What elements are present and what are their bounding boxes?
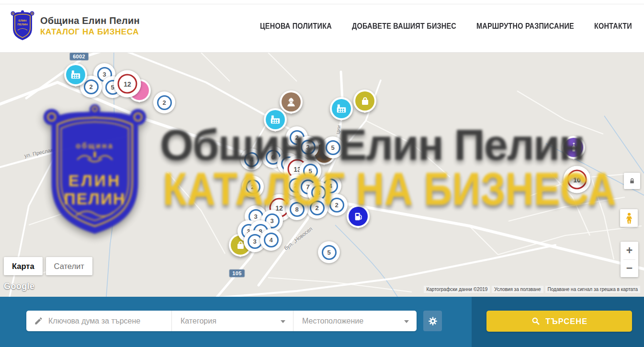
- cluster-marker[interactable]: 5: [322, 136, 344, 158]
- cluster-marker[interactable]: 5: [318, 241, 340, 263]
- pencil-icon: [34, 316, 43, 325]
- nav-item-add-business[interactable]: ДОБАВЕТЕ ВАШИЯТ БИЗНЕС: [352, 22, 456, 30]
- church-pin[interactable]: [562, 136, 585, 159]
- attribution-report-error-link[interactable]: Подаване на сигнал за грешка в картата: [545, 286, 640, 293]
- lock-icon: [627, 176, 637, 186]
- zoom-out-button[interactable]: −: [621, 260, 638, 278]
- svg-text:ПЕЛИН: ПЕЛИН: [17, 23, 27, 26]
- attribution-copyright: Картографски данни ©2019: [424, 286, 490, 293]
- fuel-pin[interactable]: [347, 205, 370, 228]
- logo-title: Община Елин Пелин: [40, 15, 140, 26]
- map-markers: 3521222354671352274822128333834510: [0, 53, 644, 297]
- cluster-marker[interactable]: 3: [297, 136, 319, 158]
- factory-pin[interactable]: [264, 108, 287, 131]
- cluster-marker[interactable]: 4: [240, 148, 262, 170]
- map-type-control: Карта Сателит: [4, 257, 92, 275]
- municipality-crest-icon: ЕЛИН ПЕЛИН: [11, 10, 34, 42]
- chevron-down-icon: [281, 320, 285, 323]
- factory-pin[interactable]: [330, 97, 353, 120]
- cluster-marker[interactable]: 2: [153, 91, 175, 113]
- keyword-search-input[interactable]: [26, 311, 171, 331]
- site-logo[interactable]: ЕЛИН ПЕЛИН Община Елин Пелин КАТАЛОГ НА …: [11, 10, 140, 42]
- logo-subtitle: КАТАЛОГ НА БИЗНЕСА: [40, 27, 140, 37]
- search-button-label: ТЪРСЕНЕ: [545, 316, 588, 326]
- advanced-search-settings-button[interactable]: [423, 311, 442, 331]
- svg-text:ЕЛИН: ЕЛИН: [19, 19, 27, 22]
- map-type-map-button[interactable]: Карта: [4, 257, 43, 275]
- keyword-segment: [26, 311, 171, 331]
- attribution-terms-link[interactable]: Условия за ползване: [492, 286, 543, 293]
- business-catalog-page: ЕЛИН ПЕЛИН Община Елин Пелин КАТАЛОГ НА …: [0, 0, 644, 347]
- factory-pin[interactable]: [64, 63, 87, 86]
- search-button[interactable]: ТЪРСЕНЕ: [486, 311, 632, 332]
- cluster-marker[interactable]: 2: [326, 194, 348, 216]
- category-select[interactable]: Категория: [171, 311, 293, 331]
- nav-item-contacts[interactable]: КОНТАКТИ: [594, 22, 632, 30]
- header: ЕЛИН ПЕЛИН Община Елин Пелин КАТАЛОГ НА …: [0, 0, 644, 53]
- map-lock-button[interactable]: [624, 173, 640, 189]
- map-type-satellite-button[interactable]: Сателит: [46, 257, 92, 275]
- zoom-in-button[interactable]: +: [621, 242, 638, 259]
- cluster-marker[interactable]: 12: [114, 70, 141, 98]
- nav-item-route-schedule[interactable]: МАРШРУТНО РАЗПИСАНИЕ: [476, 22, 574, 30]
- google-logo[interactable]: Google: [4, 281, 34, 291]
- cluster-marker[interactable]: 4: [260, 229, 282, 251]
- chevron-down-icon: [404, 320, 409, 323]
- location-select[interactable]: Местоположение: [293, 311, 417, 331]
- nav-item-pricing[interactable]: ЦЕНОВА ПОЛИТИКА: [260, 22, 332, 30]
- map-attribution: Картографски данни ©2019 Условия за полз…: [424, 286, 640, 293]
- pegman-streetview-button[interactable]: [620, 209, 638, 227]
- google-map[interactable]: ул. Преславбул. „Новоселции 6002105 3521…: [0, 53, 644, 297]
- search-bar: Категория Местоположение: [0, 297, 644, 347]
- category-select-label: Категория: [172, 317, 216, 325]
- shopping-pin[interactable]: [353, 90, 376, 112]
- logo-text: Община Елин Пелин КАТАЛОГ НА БИЗНЕСА: [40, 15, 140, 37]
- cluster-marker[interactable]: 8: [286, 198, 308, 220]
- location-select-label: Местоположение: [294, 317, 363, 325]
- search-input-group: Категория Местоположение: [26, 311, 417, 331]
- cluster-marker[interactable]: 2: [242, 176, 264, 198]
- cluster-marker[interactable]: 10: [564, 166, 591, 193]
- gear-icon: [428, 316, 438, 326]
- zoom-control: + −: [621, 242, 638, 277]
- pegman-icon: [624, 212, 634, 224]
- search-icon: [531, 316, 541, 326]
- main-nav: ЦЕНОВА ПОЛИТИКА ДОБАВЕТЕ ВАШИЯТ БИЗНЕС М…: [260, 0, 632, 53]
- cluster-marker[interactable]: 2: [306, 197, 328, 219]
